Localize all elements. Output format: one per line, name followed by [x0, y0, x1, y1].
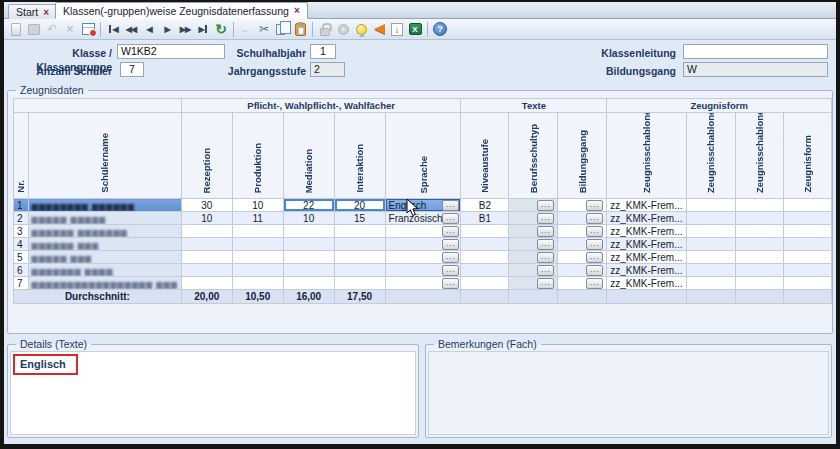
zeugnisschablone1-cell[interactable]: zz_KMK-Frem...	[607, 238, 686, 251]
zeugnisschablone1-cell[interactable]: zz_KMK-Frem...	[607, 225, 686, 238]
student-name-cell[interactable]: ▆▆▆▆▆▆▆▆▆▆▆▆▆▆▆▆▆ ▆▆▆	[28, 277, 181, 290]
zeugnisschablone3-cell[interactable]	[735, 277, 783, 290]
sprache-cell[interactable]: Französisch...	[385, 212, 461, 225]
niveaustufe-cell[interactable]	[461, 264, 509, 277]
rezeption-cell[interactable]	[181, 225, 232, 238]
bildungsgang-ellipsis-button[interactable]: ...	[586, 200, 603, 211]
student-name-cell[interactable]: ▆▆▆▆▆ ▆▆▆	[28, 251, 181, 264]
row-number[interactable]: 6	[14, 264, 29, 277]
niveaustufe-cell[interactable]	[461, 277, 509, 290]
berufsschultyp-ellipsis-button[interactable]: ...	[537, 213, 554, 224]
interaktion-cell[interactable]	[334, 277, 385, 290]
zeugnisschablone2-cell[interactable]	[686, 199, 735, 212]
interaktion-cell[interactable]	[334, 225, 385, 238]
sprache-ellipsis-button[interactable]: ...	[442, 213, 459, 224]
bildungsgang-ellipsis-button[interactable]: ...	[586, 239, 603, 250]
zeugnisschablone2-cell[interactable]	[686, 264, 735, 277]
zeugnisschablone2-cell[interactable]	[686, 277, 735, 290]
schulhalbjahr-input[interactable]: 1	[310, 44, 336, 59]
bildungsgang-cell[interactable]: ...	[558, 277, 607, 290]
bildungsgang-cell[interactable]: ...	[558, 212, 607, 225]
student-name-cell[interactable]: ▆▆▆▆▆ ▆▆▆▆▆	[28, 212, 181, 225]
berufsschultyp-cell[interactable]: ...	[509, 264, 558, 277]
berufsschultyp-ellipsis-button[interactable]: ...	[537, 252, 554, 263]
bildungsgang-ellipsis-button[interactable]: ...	[586, 226, 603, 237]
zeugnisschablone3-cell[interactable]	[735, 238, 783, 251]
bildungsgang-ellipsis-button[interactable]: ...	[586, 278, 603, 289]
zeugnisschablone2-cell[interactable]	[686, 212, 735, 225]
produktion-cell[interactable]	[232, 264, 283, 277]
prev-record-icon[interactable]: ◀	[140, 21, 158, 38]
sprache-cell[interactable]: Englisch...	[385, 199, 461, 212]
berufsschultyp-cell[interactable]: ...	[509, 251, 558, 264]
niveaustufe-cell[interactable]: B2	[461, 199, 509, 212]
details-texte-area[interactable]: Englisch	[10, 351, 416, 435]
fast-prev-icon[interactable]: ◀◀	[122, 21, 140, 38]
fast-next-icon[interactable]: ▶▶	[176, 21, 194, 38]
bildungsgang-cell[interactable]: ...	[558, 251, 607, 264]
save-icon[interactable]	[25, 21, 43, 38]
niveaustufe-cell[interactable]: B1	[461, 212, 509, 225]
copy-icon[interactable]	[273, 21, 291, 38]
zeugnisschablone1-cell[interactable]: zz_KMK-Frem...	[607, 264, 686, 277]
produktion-cell[interactable]	[232, 251, 283, 264]
visibility-icon[interactable]	[334, 21, 352, 38]
row-number[interactable]: 1	[14, 199, 29, 212]
zeugnisform-cell[interactable]	[783, 264, 831, 277]
zeugnisschablone1-cell[interactable]: zz_KMK-Frem...	[607, 251, 686, 264]
interaktion-cell[interactable]: 20	[334, 199, 385, 212]
interaktion-cell[interactable]: 15	[334, 212, 385, 225]
zeugnisschablone3-cell[interactable]	[735, 212, 783, 225]
lock-icon[interactable]	[316, 21, 334, 38]
berufsschultyp-ellipsis-button[interactable]: ...	[537, 278, 554, 289]
niveaustufe-cell[interactable]	[461, 238, 509, 251]
berufsschultyp-cell[interactable]: ...	[509, 212, 558, 225]
produktion-cell[interactable]	[232, 238, 283, 251]
sprache-cell[interactable]: ...	[385, 251, 461, 264]
zeugnisform-cell[interactable]	[783, 225, 831, 238]
mediation-cell[interactable]	[283, 264, 334, 277]
mediation-cell[interactable]	[283, 251, 334, 264]
sprache-ellipsis-button[interactable]: ...	[442, 200, 459, 211]
rezeption-cell[interactable]: 30	[181, 199, 232, 212]
interaktion-cell[interactable]	[334, 264, 385, 277]
student-name-cell[interactable]: ▆▆▆▆▆▆▆ ▆▆▆▆	[28, 264, 181, 277]
berufsschultyp-cell[interactable]: ...	[509, 277, 558, 290]
zeugnisschablone1-cell[interactable]: zz_KMK-Frem...	[607, 212, 686, 225]
paste-icon[interactable]	[291, 21, 309, 38]
bemerkungen-fach-area[interactable]	[428, 351, 829, 435]
zeugnisform-cell[interactable]	[783, 238, 831, 251]
sprache-ellipsis-button[interactable]: ...	[442, 252, 459, 263]
bildungsgang-ellipsis-button[interactable]: ...	[586, 265, 603, 276]
zeugnisschablone3-cell[interactable]	[735, 199, 783, 212]
klassenleitung-input[interactable]	[683, 44, 828, 59]
bildungsgang-ellipsis-button[interactable]: ...	[586, 213, 603, 224]
mediation-cell[interactable]: 10	[283, 212, 334, 225]
sprache-cell[interactable]: ...	[385, 225, 461, 238]
last-record-icon[interactable]: ▶	[194, 21, 212, 38]
berufsschultyp-ellipsis-button[interactable]: ...	[537, 239, 554, 250]
produktion-cell[interactable]	[232, 225, 283, 238]
anzahl-schueler-input[interactable]: 7	[120, 62, 144, 77]
zeugnisschablone2-cell[interactable]	[686, 225, 735, 238]
row-number[interactable]: 4	[14, 238, 29, 251]
bildungsgang-cell[interactable]: ...	[558, 225, 607, 238]
bildungsgang-ellipsis-button[interactable]: ...	[586, 252, 603, 263]
sprache-cell[interactable]: ...	[385, 277, 461, 290]
zeugnisschablone1-cell[interactable]: zz_KMK-Frem...	[607, 277, 686, 290]
student-name-cell[interactable]: ▆▆▆▆▆▆▆▆ ▆▆▆▆▆▆	[28, 199, 181, 212]
zeugnisform-cell[interactable]	[783, 199, 831, 212]
berufsschultyp-ellipsis-button[interactable]: ...	[537, 265, 554, 276]
rezeption-cell[interactable]: 10	[181, 212, 232, 225]
first-record-icon[interactable]: ◀	[104, 21, 122, 38]
export-download-icon[interactable]: ↓	[388, 21, 406, 38]
bildungsgang-cell[interactable]: ...	[558, 199, 607, 212]
produktion-cell[interactable]: 11	[232, 212, 283, 225]
row-number[interactable]: 7	[14, 277, 29, 290]
mediation-cell[interactable]	[283, 225, 334, 238]
undo-icon[interactable]: ↶	[43, 21, 61, 38]
interaktion-cell[interactable]	[334, 238, 385, 251]
sprache-ellipsis-button[interactable]: ...	[442, 278, 459, 289]
row-number[interactable]: 3	[14, 225, 29, 238]
zeugnisschablone3-cell[interactable]	[735, 251, 783, 264]
